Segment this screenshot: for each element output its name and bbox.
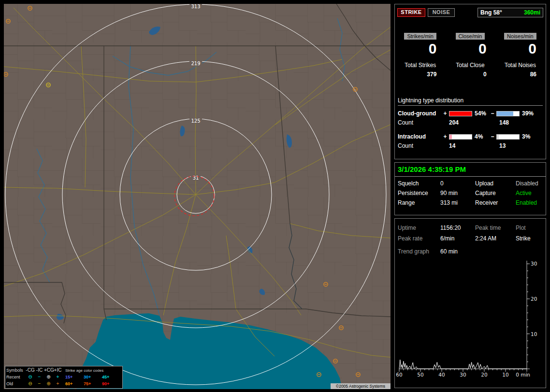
squelch-value: 0 (440, 180, 475, 187)
plot-label: Plot (516, 224, 543, 231)
receiver-label: Receiver (475, 199, 516, 206)
cg-minus-percent: 39% (521, 110, 537, 117)
status-row: Persistence 90 min Capture Active (398, 188, 543, 198)
y-tick-20: 20 (531, 296, 537, 302)
x-tick-40: 40 (438, 372, 445, 378)
total-close-label: Total Close (445, 62, 495, 69)
x-tick-0-min: 0 min (516, 372, 530, 378)
y-tick-10: 10 (531, 331, 537, 337)
legend-age-header: Strike age color codes (65, 368, 120, 373)
neg-ic-recent-icon: − (35, 375, 44, 379)
close-per-min-value: 0 (445, 41, 495, 57)
peak-time-label: Peak time (475, 224, 516, 231)
ring-label-313: 313 (191, 4, 200, 9)
age-code-30: 30+ (84, 375, 102, 379)
total-noises-label: Total Noises (495, 62, 545, 69)
strike-counters-panel: STRIKE NOISE Bng 58° 360mi Strikes/min 0… (394, 4, 546, 159)
cg-plus-bar (449, 111, 472, 116)
divider (398, 105, 543, 106)
bearing-value: Bng 58° (480, 9, 502, 16)
system-status-panel: 3/1/2026 4:35:19 PM Squelch 0 Upload Dis… (394, 162, 546, 215)
cloud-ground-row: Cloud-ground + 54% − 39% (398, 110, 543, 117)
bearing-readout: Bng 58° 360mi (478, 8, 543, 17)
lightning-distribution: Lightning type distribution Cloud-ground… (398, 97, 543, 156)
trend-series-line (399, 360, 527, 369)
total-noises-value: 86 (495, 71, 545, 78)
age-code-90: 90+ (102, 381, 120, 386)
pos-cg-recent-icon: ⊕ (44, 375, 53, 379)
trend-window-value: 60 min (440, 248, 543, 255)
peak-rate-value: 6/min (440, 235, 475, 242)
cg-plus-percent: 54% (473, 110, 490, 117)
ic-plus-percent: 4% (473, 133, 490, 140)
status-row: Range 313 mi Receiver Enabled (398, 198, 543, 208)
strikes-per-min-label: Strikes/min (404, 33, 436, 40)
close-counter: Close/min 0 Total Close 0 (445, 31, 495, 78)
stats-row: Peak rate 6/min 2:24 AM Strike (398, 233, 543, 244)
plus-sign: + (442, 110, 448, 117)
map-canvas: 313 219 125 31 (4, 4, 391, 389)
trend-axes (399, 261, 530, 372)
current-datetime: 3/1/2026 4:35:19 PM (395, 163, 546, 173)
range-value: 313 mi (440, 199, 475, 206)
ic-plus-bar-fill (449, 135, 452, 139)
app-window: 313 219 125 31 Symbols -CG -IC +CG +IC S… (0, 0, 550, 392)
ic-minus-bar (496, 134, 520, 140)
cg-plus-bar-fill (449, 112, 472, 116)
cg-minus-bar-fill (497, 112, 513, 116)
trend-graph: 30 20 10 60 50 40 30 20 10 0 min (395, 219, 546, 388)
intracloud-count-row: Count 14 13 (398, 142, 543, 149)
ic-plus-count: 14 (449, 142, 499, 149)
noises-counter: Noises/min 0 Total Noises 86 (495, 31, 545, 78)
minus-sign: − (490, 110, 495, 117)
minus-sign: − (490, 133, 495, 140)
uptime-label: Uptime (398, 224, 440, 231)
peak-time-value: 2:24 AM (475, 235, 516, 242)
noise-mode-button[interactable]: NOISE (428, 8, 455, 17)
ic-minus-bar-fill (497, 135, 499, 139)
legend-col-pos-ic: +IC (53, 368, 62, 373)
bearing-range-value: 360mi (524, 9, 540, 16)
total-strikes-value: 379 (395, 71, 445, 78)
legend-symbols-header: Symbols (6, 368, 26, 373)
squelch-label: Squelch (398, 180, 440, 187)
ic-minus-count: 13 (499, 142, 506, 149)
x-tick-60: 60 (396, 372, 402, 378)
neg-cg-recent-icon: ⊖ (26, 375, 35, 379)
range-label: Range (398, 199, 440, 206)
neg-ic-old-icon: − (35, 381, 44, 386)
total-strikes-label: Total Strikes (395, 62, 445, 69)
intracloud-row: Intracloud + 4% − 3% (398, 133, 543, 140)
intracloud-label: Intracloud (398, 133, 442, 140)
divider (395, 176, 546, 177)
map-legend: Symbols -CG -IC +CG +IC Strike age color… (5, 366, 123, 389)
cloud-ground-label: Cloud-ground (398, 110, 442, 117)
cg-minus-count: 148 (499, 119, 509, 126)
lightning-map[interactable]: 313 219 125 31 Symbols -CG -IC +CG +IC S… (4, 4, 391, 389)
strikes-per-min-value: 0 (395, 41, 445, 57)
cg-plus-count: 204 (449, 119, 499, 126)
ring-label-219: 219 (191, 61, 200, 66)
strike-mode-button[interactable]: STRIKE (397, 8, 425, 17)
cg-minus-bar (496, 111, 520, 116)
rate-counters: Strikes/min 0 Total Strikes 379 Close/mi… (395, 31, 545, 78)
status-row: Squelch 0 Upload Disabled (398, 179, 543, 188)
x-tick-10: 10 (502, 372, 508, 378)
age-code-75: 75+ (84, 381, 102, 386)
status-grid: Squelch 0 Upload Disabled Persistence 90… (395, 179, 546, 208)
copyright-notice: ©2005 Astrogenic Systems (331, 383, 391, 389)
plus-sign: + (442, 133, 448, 140)
legend-row-label-recent: Recent (6, 375, 26, 379)
stats-grid: Uptime 1156:20 Peak time Plot Peak rate … (395, 219, 546, 244)
x-tick-30: 30 (460, 372, 466, 378)
distribution-title: Lightning type distribution (398, 97, 543, 104)
neg-cg-old-icon: ⊖ (26, 381, 35, 386)
plot-value: Strike (516, 235, 543, 242)
noises-per-min-value: 0 (495, 41, 545, 57)
trend-axis-labels: 30 20 10 60 50 40 30 20 10 0 min (396, 261, 537, 378)
x-tick-20: 20 (481, 372, 487, 378)
ic-plus-bar (449, 134, 472, 140)
stats-row: Uptime 1156:20 Peak time Plot (398, 223, 543, 233)
persistence-label: Persistence (398, 190, 440, 196)
ring-label-125: 125 (191, 118, 200, 124)
